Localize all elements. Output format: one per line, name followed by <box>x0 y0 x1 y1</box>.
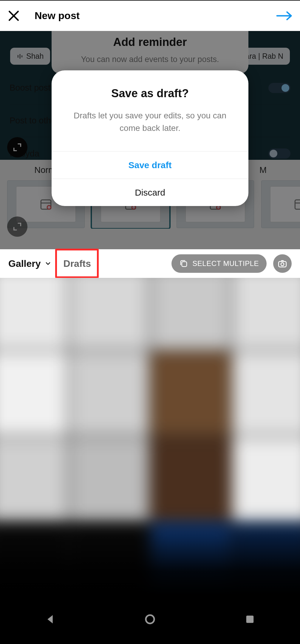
nav-back-icon[interactable] <box>44 613 57 626</box>
close-icon[interactable] <box>7 9 20 22</box>
nav-home-icon[interactable] <box>143 613 157 626</box>
appbar: New post <box>0 0 300 31</box>
modal-title: Save as draft? <box>66 87 234 100</box>
stack-icon <box>179 259 188 268</box>
svg-point-20 <box>281 263 284 266</box>
discard-button[interactable]: Discard <box>52 179 248 206</box>
gallery-grid[interactable] <box>0 278 300 595</box>
modal-desc: Drafts let you save your edits, so you c… <box>66 109 234 134</box>
select-multiple-button[interactable]: SELECT MULTIPLE <box>171 254 267 273</box>
svg-rect-18 <box>182 262 187 267</box>
system-navbar <box>0 595 300 644</box>
camera-button[interactable] <box>273 254 292 273</box>
chevron-down-icon <box>44 260 52 267</box>
save-draft-modal: Save as draft? Drafts let you save your … <box>52 70 248 206</box>
save-draft-button[interactable]: Save draft <box>52 151 248 179</box>
picker-bar: Gallery Drafts SELECT MULTIPLE <box>0 249 300 278</box>
camera-icon <box>277 258 287 269</box>
nav-recent-icon[interactable] <box>243 613 256 626</box>
svg-point-21 <box>146 615 154 623</box>
source-select[interactable]: Gallery <box>8 258 52 269</box>
source-label: Gallery <box>8 258 41 269</box>
select-multiple-label: SELECT MULTIPLE <box>192 259 259 268</box>
next-arrow-icon[interactable] <box>276 9 293 22</box>
page-title: New post <box>35 10 80 21</box>
svg-rect-22 <box>246 616 254 623</box>
svg-rect-19 <box>279 261 286 267</box>
drafts-tab[interactable]: Drafts <box>58 256 96 272</box>
